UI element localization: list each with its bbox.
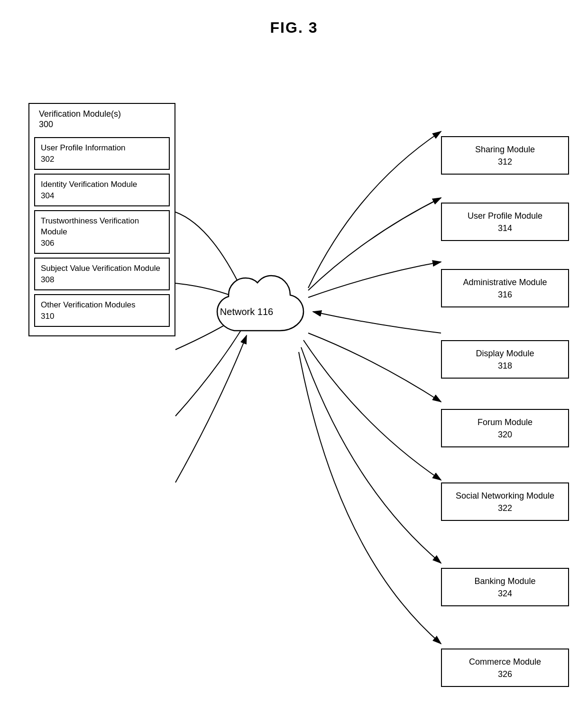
right-box-326: Commerce Module326 xyxy=(441,649,569,687)
verification-modules-group: Verification Module(s) 300 User Profile … xyxy=(28,103,175,336)
network-label: Network 116 xyxy=(220,306,273,318)
right-box-320: Forum Module320 xyxy=(441,409,569,447)
right-box-316: Administrative Module316 xyxy=(441,269,569,307)
right-box-314: User Profile Module314 xyxy=(441,203,569,241)
right-box-312: Sharing Module312 xyxy=(441,136,569,175)
left-box-302: User Profile Information302 xyxy=(34,137,170,170)
page-title: FIG. 3 xyxy=(0,0,588,37)
network-cloud: Network 116 xyxy=(185,264,308,359)
left-box-304: Identity Verification Module304 xyxy=(34,174,170,206)
left-box-310: Other Verification Modules310 xyxy=(34,294,170,327)
right-box-324: Banking Module324 xyxy=(441,568,569,606)
verification-modules-label: Verification Module(s) 300 xyxy=(34,109,170,133)
diagram: Verification Module(s) 300 User Profile … xyxy=(0,37,588,723)
right-box-318: Display Module318 xyxy=(441,340,569,379)
left-box-308: Subject Value Verification Module308 xyxy=(34,258,170,290)
left-box-306: Trustworthiness Verification Module306 xyxy=(34,210,170,254)
right-box-322: Social Networking Module322 xyxy=(441,482,569,521)
